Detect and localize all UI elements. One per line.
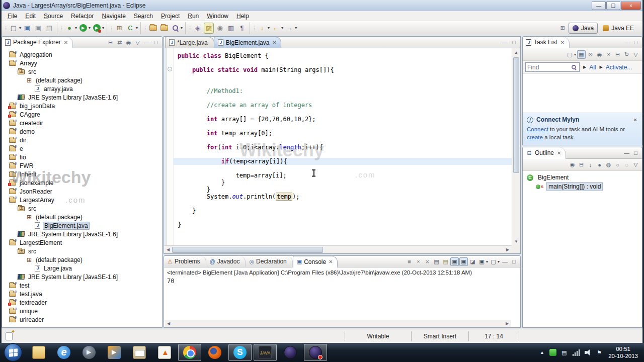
- taskbar-explorer-icon[interactable]: [27, 344, 50, 361]
- perspective-javaee-button[interactable]: Java EE: [599, 23, 637, 34]
- code-line[interactable]: [178, 151, 520, 158]
- tree-item-src[interactable]: src: [2, 67, 162, 76]
- code-line[interactable]: temp=array[i];: [178, 172, 520, 179]
- collapse-all-button[interactable]: ⊟: [613, 50, 622, 59]
- run-external-tools-button[interactable]: ▶: [92, 23, 102, 34]
- menu-run[interactable]: Run: [184, 12, 203, 21]
- close-icon[interactable]: ✕: [328, 259, 333, 264]
- fast-view-trim-icon[interactable]: [6, 332, 13, 340]
- taskbar-clock[interactable]: 00:51 20-10-2013: [608, 345, 638, 360]
- code-line[interactable]: //Method1:: [178, 87, 520, 95]
- tree-item-fio[interactable]: fio: [2, 153, 162, 161]
- sort-button[interactable]: ↓: [586, 160, 595, 169]
- open-task-button[interactable]: C: [125, 23, 135, 34]
- editor-vertical-scrollbar[interactable]: ▲ ▼: [512, 48, 520, 245]
- dropdown-caret-icon[interactable]: ▾: [574, 52, 576, 57]
- externalize-strings-button[interactable]: ◈: [193, 23, 203, 34]
- menu-refactor[interactable]: Refactor: [67, 12, 98, 21]
- tree-item-jsonexample[interactable]: !jsonexample: [2, 178, 162, 187]
- forward-button[interactable]: →: [284, 23, 294, 34]
- code-line[interactable]: }: [178, 186, 520, 193]
- minimize-window-button[interactable]: —: [592, 2, 606, 10]
- categorized-view-button[interactable]: ▦: [577, 50, 586, 59]
- volume-icon[interactable]: [585, 349, 592, 355]
- highlight-button[interactable]: ▨: [204, 23, 214, 34]
- taskbar-app-icon[interactable]: JAVA: [254, 344, 277, 361]
- focus-button[interactable]: ◉: [568, 160, 577, 169]
- taskbar-firefox-icon[interactable]: [203, 344, 226, 361]
- taskbar-media-center-icon[interactable]: [77, 344, 101, 361]
- editor-tab-bigelement-java[interactable]: BigElement.java✕: [214, 37, 281, 48]
- code-line[interactable]: [178, 109, 520, 116]
- focus-button[interactable]: ◉: [124, 38, 133, 47]
- tree-item-textreader[interactable]: !textreader: [2, 298, 162, 307]
- code-line[interactable]: [178, 214, 520, 221]
- code-line[interactable]: [178, 59, 520, 66]
- tree-item-jsonreader[interactable]: JsonReader: [2, 187, 162, 196]
- tree-item-urlreader[interactable]: urlreader: [2, 315, 162, 324]
- display-console-button[interactable]: ▣: [477, 257, 486, 266]
- perspective-java-button[interactable]: Java: [569, 23, 598, 34]
- tree-item--default-package-[interactable]: (default package): [2, 76, 162, 84]
- menu-help[interactable]: Help: [232, 12, 253, 21]
- taskbar-eclipse-icon[interactable]: [279, 344, 302, 361]
- back-button[interactable]: ←: [271, 23, 281, 34]
- find-input[interactable]: [527, 64, 571, 71]
- dropdown-caret-icon[interactable]: ▾: [486, 259, 488, 264]
- code-line[interactable]: [178, 137, 520, 144]
- tree-item-createdir[interactable]: createdir: [2, 119, 162, 127]
- tree-item-dir[interactable]: dir: [2, 136, 162, 144]
- view-menu-button[interactable]: ▽: [133, 38, 142, 47]
- outline-item-main-string-void[interactable]: Smain(String[]) : void: [527, 182, 642, 191]
- dropdown-caret-icon[interactable]: ▾: [89, 26, 91, 30]
- tree-item-test-java[interactable]: test.java: [2, 290, 162, 298]
- code-line[interactable]: public static void main(String args[]){: [178, 66, 520, 73]
- taskbar-skype-icon[interactable]: S: [228, 344, 252, 361]
- remove-all-launches-button[interactable]: ⨯: [423, 257, 432, 266]
- scrollbar-thumb[interactable]: [513, 57, 519, 173]
- tree-item--default-package-[interactable]: (default package): [2, 213, 162, 221]
- hide-local-types-button[interactable]: ◌: [622, 160, 631, 169]
- maximize-button[interactable]: □: [510, 257, 518, 266]
- tree-item-inherit[interactable]: Inherit: [2, 170, 162, 178]
- minimize-button[interactable]: —: [622, 149, 631, 157]
- code-line[interactable]: [178, 123, 520, 130]
- view-menu-button[interactable]: ▽: [631, 160, 640, 169]
- close-icon[interactable]: ✕: [272, 40, 277, 45]
- menu-project[interactable]: Project: [157, 12, 184, 21]
- code-line[interactable]: public class BigElement {: [178, 52, 520, 59]
- code-line[interactable]: //create an array of integers: [178, 102, 520, 109]
- code-line[interactable]: int temp=array[0];: [178, 130, 520, 137]
- code-line[interactable]: }: [178, 179, 520, 186]
- scrollbar-thumb[interactable]: [172, 247, 323, 253]
- tree-item--default-package-[interactable]: (default package): [2, 255, 162, 264]
- show-whitespace-button[interactable]: ¶: [237, 23, 247, 34]
- fold-marker-collapse-icon[interactable]: −: [168, 67, 172, 71]
- taskbar-chrome-icon[interactable]: [178, 344, 201, 361]
- close-icon[interactable]: ✕: [633, 117, 638, 123]
- tree-item-caggre[interactable]: !CAggre: [2, 110, 162, 119]
- hide-static-members-button[interactable]: ◍: [604, 160, 613, 169]
- dropdown-caret-icon[interactable]: ▾: [295, 26, 297, 30]
- open-perspective-button[interactable]: ⊞: [558, 24, 567, 32]
- scroll-right-icon[interactable]: ▶: [503, 320, 511, 327]
- close-window-button[interactable]: ×: [621, 2, 641, 10]
- connect-link[interactable]: Connect: [527, 126, 548, 132]
- tree-item-src[interactable]: src: [2, 247, 162, 255]
- code-line[interactable]: [178, 200, 520, 207]
- dropdown-caret-icon[interactable]: ▾: [181, 26, 183, 30]
- tree-item-arrayy-java[interactable]: arrayy.java: [2, 84, 162, 93]
- outline-tab[interactable]: ⊟ Outline ✕: [523, 147, 566, 159]
- last-edit-location-button[interactable]: ↓: [257, 23, 267, 34]
- run-button[interactable]: ▶: [78, 23, 88, 34]
- menu-navigate[interactable]: Navigate: [98, 12, 129, 21]
- scroll-right-icon[interactable]: ▶: [504, 246, 512, 253]
- remove-launch-button[interactable]: ×: [414, 257, 423, 266]
- collapse-all-button[interactable]: ⊟: [577, 160, 586, 169]
- mark-occurrences-button[interactable]: ◉: [215, 23, 225, 34]
- view-menu-button[interactable]: ▽: [631, 50, 640, 59]
- hide-fields-button[interactable]: ●: [595, 160, 604, 169]
- taskbar-mail-icon[interactable]: [128, 344, 151, 361]
- outline-item-bigelement[interactable]: CBigElement: [527, 173, 642, 182]
- scroll-left-icon[interactable]: ◀: [164, 246, 172, 253]
